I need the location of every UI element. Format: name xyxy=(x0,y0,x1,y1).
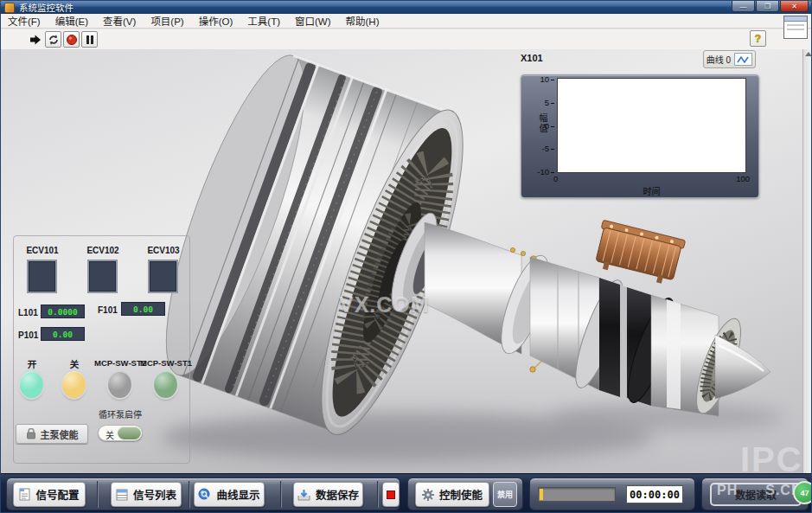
data-save-button[interactable]: 数据保存 xyxy=(293,482,363,507)
vertical-scrollbar[interactable] xyxy=(802,49,812,473)
run-icon xyxy=(29,34,42,46)
pause-icon xyxy=(85,35,95,45)
data-read-label: 数据读取 xyxy=(735,487,777,502)
maximize-button[interactable]: ❐ xyxy=(756,1,779,12)
toolbar-divider xyxy=(280,481,281,508)
abort-icon xyxy=(66,34,78,46)
open-button[interactable] xyxy=(20,371,43,398)
y-tick: -10 xyxy=(537,168,554,176)
x-axis-label: 时间 xyxy=(557,184,746,197)
y-axis-label: 幅值 xyxy=(536,113,549,134)
menu-project[interactable]: 项目(P) xyxy=(150,14,183,28)
close-button[interactable]: ✕ xyxy=(780,1,809,12)
ecv103-label: ECV103 xyxy=(144,246,182,255)
close-button-round[interactable] xyxy=(62,371,86,398)
vi-icon[interactable] xyxy=(783,16,808,39)
toolbar-divider xyxy=(377,481,378,508)
p101-label: P101 xyxy=(18,330,38,340)
mcp-sw-st1-label: MCP-SW-ST1 xyxy=(137,358,195,368)
f101-label: F101 xyxy=(98,305,118,315)
bottom-toolbar: 信号配置 信号列表 曲线显示 数据保存 xyxy=(1,473,812,513)
toolbar-divider xyxy=(97,481,98,508)
x-axis-ticks: 0 100 xyxy=(553,174,750,183)
waveform-chart-panel: 10 5 0 -5 -10 幅值 0 100 时间 xyxy=(521,74,759,198)
l101-label: L101 xyxy=(18,308,38,317)
open-button-label: 开 xyxy=(20,357,44,370)
main-pump-enable-button[interactable]: 主泵使能 xyxy=(16,424,88,444)
nav-button-group: 信号配置 信号列表 曲线显示 数据保存 xyxy=(6,478,400,510)
x-tick: 0 xyxy=(553,174,558,183)
app-icon xyxy=(4,3,15,13)
window-controls: — ❐ ✕ xyxy=(731,1,809,12)
titlebar: 系统监控软件 — ❐ ✕ xyxy=(1,1,811,14)
menu-operate[interactable]: 操作(O) xyxy=(199,14,233,28)
progress-bar xyxy=(538,487,616,502)
control-enable-button[interactable]: 控制使能 xyxy=(415,482,489,507)
progress-group: 00:00:00 xyxy=(529,478,695,510)
y-tick: -5 xyxy=(542,144,554,152)
pump-toggle-state: 关 xyxy=(105,428,114,441)
f101-display: 0.00 xyxy=(121,302,165,316)
document-icon xyxy=(19,488,30,501)
f101-value: 0.00 xyxy=(133,305,153,314)
disable-button[interactable]: 禁用 xyxy=(493,482,517,507)
curve-display-button[interactable]: 曲线显示 xyxy=(194,482,265,507)
ecv102-indicator xyxy=(87,260,118,293)
waveform-icon xyxy=(737,55,750,64)
l101-display: 0.0000 xyxy=(41,305,85,318)
menu-window[interactable]: 窗口(W) xyxy=(295,14,331,28)
gear-icon xyxy=(422,489,434,501)
scroll-up-icon xyxy=(805,52,812,56)
elapsed-timer: 00:00:00 xyxy=(626,485,683,503)
vi-icon-line xyxy=(787,24,804,26)
run-continuous-button[interactable] xyxy=(45,31,61,48)
curve-display-label: 曲线显示 xyxy=(216,486,259,503)
control-enable-label: 控制使能 xyxy=(439,486,483,503)
green-badge: 47 xyxy=(793,481,812,504)
mcp-sw-st1-button[interactable] xyxy=(154,371,177,398)
l101-value: 0.0000 xyxy=(48,307,77,317)
pump-toggle-switch[interactable]: 关 xyxy=(98,425,143,441)
close-button-label: 关 xyxy=(62,357,86,370)
x-tick: 100 xyxy=(736,174,750,183)
stop-button[interactable] xyxy=(382,482,400,507)
minimize-button[interactable]: — xyxy=(732,1,755,12)
abort-button[interactable] xyxy=(63,31,80,48)
window-title: 系统监控软件 xyxy=(19,1,74,14)
ecv102-label: ECV102 xyxy=(84,246,122,255)
signal-list-button[interactable]: 信号列表 xyxy=(111,482,182,507)
p101-display: 0.00 xyxy=(41,327,85,341)
lv-toolbar xyxy=(1,29,811,50)
y-tick: 5 xyxy=(545,99,554,106)
vi-icon-header xyxy=(784,16,807,22)
menubar: 文件(F) 编辑(E) 查看(V) 项目(P) 操作(O) 工具(T) 窗口(W… xyxy=(1,14,811,29)
chart-legend[interactable]: 曲线 0 xyxy=(703,50,756,68)
pause-button[interactable] xyxy=(81,31,98,48)
help-button[interactable]: ? xyxy=(750,30,766,47)
app-window: 系统监控软件 — ❐ ✕ 文件(F) 编辑(E) 查看(V) 项目(P) 操作(… xyxy=(0,0,812,513)
control-enable-group: 控制使能 禁用 xyxy=(407,478,523,510)
run-button[interactable] xyxy=(27,31,43,48)
main-pump-enable-label: 主泵使能 xyxy=(41,427,79,441)
data-read-button[interactable]: 数据读取 xyxy=(710,483,802,506)
menu-help[interactable]: 帮助(H) xyxy=(346,14,380,28)
magnifier-icon xyxy=(198,488,211,501)
signal-config-button[interactable]: 信号配置 xyxy=(13,482,86,507)
save-icon xyxy=(297,489,310,501)
ecv101-label: ECV101 xyxy=(23,246,61,255)
menu-view[interactable]: 查看(V) xyxy=(103,14,136,28)
badge-value: 47 xyxy=(800,489,809,497)
run-continuous-icon xyxy=(48,34,60,46)
menu-file[interactable]: 文件(F) xyxy=(8,14,41,28)
legend-line-swatch xyxy=(734,53,752,66)
mcp-sw-st2-button[interactable] xyxy=(108,371,131,398)
legend-label: 曲线 0 xyxy=(707,53,731,66)
p101-value: 0.00 xyxy=(53,330,73,339)
ecv101-indicator xyxy=(27,260,57,293)
lock-icon xyxy=(26,428,36,439)
menu-edit[interactable]: 编辑(E) xyxy=(55,14,88,28)
menu-tools[interactable]: 工具(T) xyxy=(247,14,280,28)
chart-title: X101 xyxy=(521,53,543,63)
plot-area xyxy=(557,78,746,173)
pump-toggle-label: 循环泵启停 xyxy=(90,407,150,420)
